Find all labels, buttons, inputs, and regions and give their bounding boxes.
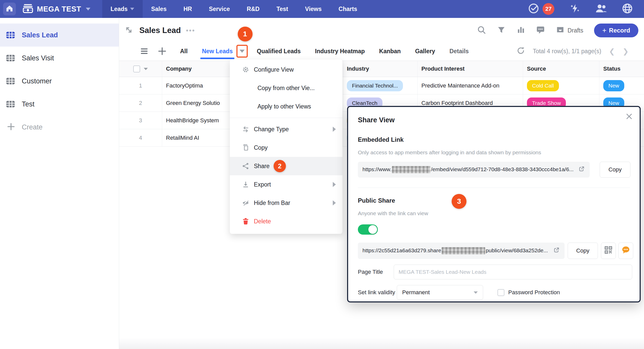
comment-icon[interactable] [536, 25, 545, 36]
add-record-button[interactable]: + Record [594, 24, 638, 37]
drafts-label: Drafts [568, 27, 583, 34]
view-tab-details[interactable]: Details [449, 43, 469, 59]
embedded-link-url[interactable]: https://www./embed/view/d559d712-70d8-48… [358, 162, 590, 178]
download-icon [242, 181, 250, 188]
workspace-switcher[interactable]: MEGA TEST [23, 4, 90, 14]
language-button[interactable] [622, 3, 633, 15]
gear-icon [242, 66, 250, 73]
url-text: https://www./embed/view/d559d712-70d8-48… [362, 166, 574, 173]
annotation-step-2: 2 [274, 160, 286, 172]
copy-embedded-link-button[interactable]: Copy [600, 162, 630, 178]
nav-tab-charts[interactable]: Charts [330, 0, 366, 18]
link-validity-select[interactable]: Permanent [397, 285, 483, 300]
nav-tab-sales[interactable]: Sales [143, 0, 175, 18]
menu-item-change-type[interactable]: Change Type [230, 120, 342, 138]
menu-item-apply-to-other-views[interactable]: Apply to other Views [230, 97, 342, 116]
view-list-icon[interactable] [140, 47, 149, 56]
todo-button[interactable]: 27 [528, 3, 554, 15]
prev-page-icon[interactable]: ❮ [609, 47, 615, 56]
view-tab-qualified-leads[interactable]: Qualified Leads [257, 43, 301, 59]
chevron-down-icon [240, 50, 245, 53]
menu-item-copy-from-other-views[interactable]: Copy from other Vie... [230, 79, 342, 97]
table-icon [6, 99, 15, 109]
add-view-icon[interactable] [158, 47, 167, 56]
refresh-icon[interactable] [516, 46, 525, 56]
close-icon[interactable] [625, 113, 633, 121]
table-header-row: Company Industry Product Interest Source… [119, 61, 644, 77]
cell-product-interest[interactable]: Predictive Maintenance Add-on [418, 77, 523, 94]
modal-divider [358, 188, 630, 188]
ai-assistant-button[interactable] [569, 3, 580, 15]
nav-tab-service[interactable]: Service [200, 0, 238, 18]
external-link-icon[interactable] [553, 247, 560, 255]
pagination-cluster: Total 4 row(s), 1/1 page(s) ❮ ❯ [516, 46, 644, 56]
view-tab-industry-heatmap[interactable]: Industry Heatmap [315, 43, 365, 59]
notification-badge[interactable]: 27 [543, 3, 554, 15]
create-label: Create [22, 123, 43, 131]
menu-item-configure-view[interactable]: Configure View [230, 60, 342, 79]
chevron-down-icon [86, 8, 90, 10]
page-title-input[interactable] [394, 265, 632, 279]
view-tab-all[interactable]: All [180, 43, 188, 59]
sidebar-item-test[interactable]: Test [0, 93, 119, 116]
public-share-url[interactable]: https://2c55d21a6a63d279.sharepublic/vie… [358, 243, 565, 259]
menu-item-hide-from-bar[interactable]: Hide from Bar [230, 194, 342, 212]
column-header-industry[interactable]: Industry [343, 61, 418, 77]
select-all-checkbox[interactable] [133, 66, 140, 72]
menu-item-share[interactable]: Share 2 [230, 157, 342, 175]
plus-icon [7, 122, 15, 132]
active-tab-underline [200, 58, 234, 59]
eye-off-icon [242, 199, 250, 207]
top-bar: MEGA TEST Leads Sales HR Service R&D Tes… [0, 0, 644, 18]
nav-tab-leads[interactable]: Leads [102, 0, 143, 18]
members-button[interactable] [595, 3, 607, 15]
nav-tab-views[interactable]: Views [297, 0, 330, 18]
copy-public-link-button[interactable]: Copy [568, 243, 598, 259]
chevron-down-icon[interactable] [144, 68, 148, 70]
status-chip[interactable]: New [603, 80, 624, 91]
column-header-status[interactable]: Status [599, 61, 644, 77]
ai-sparkle-icon [569, 3, 580, 15]
table-icon [6, 76, 15, 86]
expand-diagonal-icon[interactable] [124, 25, 133, 36]
menu-item-copy[interactable]: Copy [230, 138, 342, 157]
filter-icon[interactable] [497, 26, 506, 35]
nav-tab-test[interactable]: Test [268, 0, 297, 18]
qr-code-button[interactable] [601, 243, 616, 259]
check-circle-icon [528, 3, 539, 15]
menu-item-export[interactable]: Export [230, 175, 342, 194]
sidebar-item-sales-lead[interactable]: Sales Lead [0, 24, 119, 47]
more-options-icon[interactable]: ••• [186, 27, 195, 35]
next-page-icon[interactable]: ❯ [623, 47, 629, 56]
swap-arrows-icon [242, 125, 250, 133]
nav-tab-rnd[interactable]: R&D [238, 0, 268, 18]
create-table-button[interactable]: Create [0, 116, 119, 139]
search-icon[interactable] [477, 25, 486, 36]
source-chip[interactable]: Cold Call [527, 80, 559, 91]
menu-item-delete[interactable]: Delete [230, 212, 342, 231]
view-tab-new-leads[interactable]: New Leads [202, 43, 233, 59]
chat-bubble-icon [621, 246, 630, 256]
sidebar-item-customer[interactable]: Customer [0, 70, 119, 93]
view-tab-kanban[interactable]: Kanban [379, 43, 401, 59]
table-row[interactable]: 1 FactoryOptima Financial Technol... Pre… [119, 77, 644, 94]
sidebar-item-sales-visit[interactable]: Sales Visit [0, 47, 119, 70]
view-dropdown-arrow[interactable]: 1 [236, 45, 248, 58]
submenu-arrow-icon [333, 182, 336, 187]
home-button[interactable] [3, 3, 16, 15]
home-icon [6, 5, 13, 13]
column-header-source[interactable]: Source [523, 61, 599, 77]
nav-tab-hr[interactable]: HR [175, 0, 200, 18]
public-share-toggle[interactable] [358, 224, 378, 235]
chart-icon[interactable] [516, 26, 525, 35]
page-title-label: Page Title [358, 269, 383, 275]
drafts-button[interactable]: Drafts [556, 25, 583, 36]
password-protection-checkbox[interactable] [497, 289, 504, 296]
row-number: 1 [139, 82, 142, 89]
topbar-actions: 27 [528, 3, 644, 15]
view-tab-gallery[interactable]: Gallery [415, 43, 435, 59]
column-header-product-interest[interactable]: Product Interest [418, 61, 523, 77]
wechat-share-button[interactable] [618, 243, 633, 259]
industry-chip[interactable]: Financial Technol... [347, 80, 403, 91]
external-link-icon[interactable] [578, 166, 585, 174]
